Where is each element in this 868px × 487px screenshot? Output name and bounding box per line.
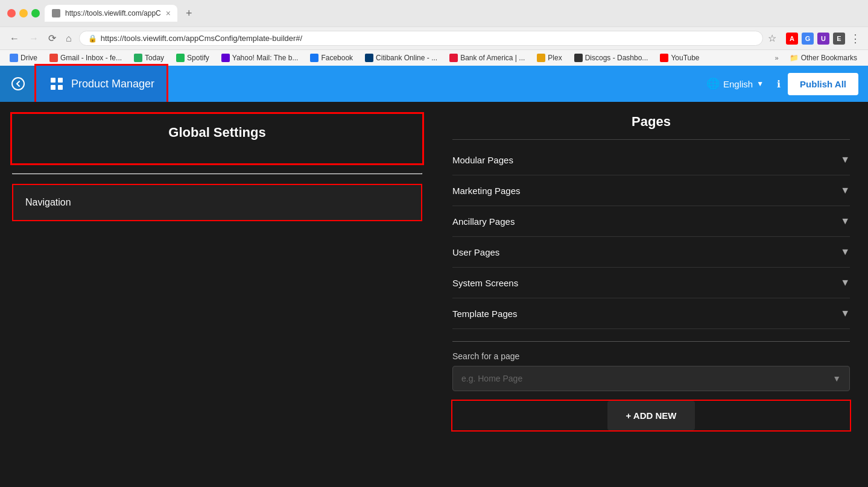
user-pages-category[interactable]: User Pages ▼ <box>452 237 850 268</box>
bookmark-label: Today <box>145 54 164 62</box>
minimize-button[interactable] <box>19 9 28 17</box>
search-placeholder: e.g. Home Page <box>461 374 522 383</box>
extension-icon-3[interactable]: U <box>817 33 829 45</box>
bookmark-yahoo[interactable]: Yahoo! Mail: The b... <box>219 52 301 63</box>
bookmark-favicon <box>49 54 58 62</box>
marketing-pages-header[interactable]: Marketing Pages ▼ <box>452 175 850 206</box>
new-tab-button[interactable]: + <box>182 6 196 21</box>
globe-icon: 🌐 <box>706 77 720 90</box>
home-button[interactable]: ⌂ <box>63 32 74 45</box>
header-right: 🌐 English ▼ ℹ Publish All <box>700 73 868 95</box>
bookmarks-bar: Drive Gmail - Inbox - fe... Today Spotif… <box>0 49 868 66</box>
browser-tab[interactable]: https://tools.viewlift.com/appC × <box>45 5 177 22</box>
bookmark-plex[interactable]: Plex <box>534 52 564 63</box>
bookmark-favicon <box>10 54 18 62</box>
ancillary-pages-arrow: ▼ <box>840 216 850 227</box>
bookmark-youtube[interactable]: YouTube <box>657 52 702 63</box>
add-new-button[interactable]: + ADD NEW <box>607 401 694 430</box>
bookmarks-more-button[interactable]: » <box>775 54 779 61</box>
bookmark-label: YouTube <box>671 54 699 62</box>
right-panel: Pages Modular Pages ▼ Marketing Pages ▼ … <box>434 102 868 474</box>
bookmark-drive[interactable]: Drive <box>7 52 40 63</box>
back-nav-button[interactable]: ← <box>7 32 22 45</box>
system-screens-category[interactable]: System Screens ▼ <box>452 268 850 298</box>
product-manager-label: Product Manager <box>71 78 154 90</box>
navigation-item[interactable]: Navigation <box>12 184 422 221</box>
product-manager-icon <box>48 75 65 92</box>
forward-nav-button[interactable]: → <box>27 32 41 45</box>
modular-pages-header[interactable]: Modular Pages ▼ <box>452 145 850 175</box>
modular-pages-arrow: ▼ <box>840 154 850 165</box>
global-settings-title: Global Settings <box>12 119 422 146</box>
left-panel: Global Settings Navigation <box>0 102 434 474</box>
ssl-icon: 🔒 <box>88 34 97 43</box>
left-divider <box>12 173 422 174</box>
search-dropdown[interactable]: e.g. Home Page ▼ <box>452 366 850 391</box>
other-bookmarks-button[interactable]: 📁 Other Bookmarks <box>786 52 861 63</box>
info-icon[interactable]: ℹ <box>777 78 781 90</box>
bookmark-label: Drive <box>21 54 37 62</box>
close-button[interactable] <box>7 9 16 17</box>
search-dropdown-arrow: ▼ <box>832 374 841 383</box>
marketing-pages-category[interactable]: Marketing Pages ▼ <box>452 175 850 206</box>
bookmark-citibank[interactable]: Citibank Online - ... <box>363 52 440 63</box>
back-arrow-icon <box>11 77 25 90</box>
marketing-pages-label: Marketing Pages <box>452 186 521 196</box>
tab-close-button[interactable]: × <box>166 8 171 18</box>
bookmark-star-button[interactable]: ☆ <box>768 33 776 44</box>
template-pages-arrow: ▼ <box>840 308 850 319</box>
bookmark-boa[interactable]: Bank of America | ... <box>447 52 527 63</box>
pages-divider <box>452 139 850 140</box>
bookmark-favicon <box>134 54 142 62</box>
svg-rect-3 <box>51 85 55 90</box>
bookmark-gmail[interactable]: Gmail - Inbox - fe... <box>47 52 124 63</box>
bookmark-label: Plex <box>548 54 562 62</box>
bookmark-favicon <box>310 54 318 62</box>
bookmark-favicon <box>176 54 185 62</box>
bookmark-today[interactable]: Today <box>131 52 166 63</box>
bookmark-spotify[interactable]: Spotify <box>174 52 212 63</box>
ancillary-pages-header[interactable]: Ancillary Pages ▼ <box>452 206 850 236</box>
modular-pages-label: Modular Pages <box>452 155 513 165</box>
marketing-pages-arrow: ▼ <box>840 185 850 196</box>
tab-title: https://tools.viewlift.com/appC <box>65 9 161 17</box>
system-screens-header[interactable]: System Screens ▼ <box>452 268 850 298</box>
bookmark-facebook[interactable]: Facebook <box>308 52 355 63</box>
back-button[interactable] <box>0 66 36 102</box>
extension-icon-2[interactable]: G <box>802 33 814 45</box>
template-pages-category[interactable]: Template Pages ▼ <box>452 298 850 329</box>
browser-menu-button[interactable]: ⋮ <box>850 32 861 45</box>
bookmark-discogs[interactable]: Discogs - Dashbo... <box>572 52 651 63</box>
svg-rect-1 <box>51 78 55 83</box>
system-screens-label: System Screens <box>452 278 518 288</box>
language-label: English <box>723 79 753 89</box>
user-pages-header[interactable]: User Pages ▼ <box>452 237 850 267</box>
bookmark-label: Facebook <box>321 54 353 62</box>
search-section: Search for a page e.g. Home Page ▼ + ADD… <box>452 341 850 430</box>
extension-icon-1[interactable]: A <box>786 33 798 45</box>
user-pages-arrow: ▼ <box>840 247 850 257</box>
address-bar-actions: ☆ A G U E ⋮ <box>768 32 861 45</box>
maximize-button[interactable] <box>31 9 40 17</box>
search-divider <box>452 341 850 342</box>
refresh-button[interactable]: ⟳ <box>46 31 59 45</box>
url-bar[interactable]: 🔒 https://tools.viewlift.com/appCmsConfi… <box>79 31 763 46</box>
pages-title: Pages <box>452 114 850 130</box>
bookmark-favicon <box>537 54 545 62</box>
template-pages-header[interactable]: Template Pages ▼ <box>452 298 850 328</box>
modular-pages-category[interactable]: Modular Pages ▼ <box>452 145 850 175</box>
extension-icon-4[interactable]: E <box>833 33 845 45</box>
ancillary-pages-label: Ancillary Pages <box>452 216 515 227</box>
product-manager-section[interactable]: Product Manager <box>36 66 166 102</box>
bookmark-favicon <box>574 54 583 62</box>
address-bar-container: ← → ⟳ ⌂ 🔒 https://tools.viewlift.com/app… <box>0 27 868 49</box>
tab-favicon <box>52 9 60 17</box>
bookmark-favicon <box>660 54 668 62</box>
language-selector[interactable]: 🌐 English ▼ <box>700 74 770 94</box>
app-header: Product Manager 🌐 English ▼ ℹ Publish Al… <box>0 66 868 102</box>
traffic-lights <box>7 9 40 17</box>
ancillary-pages-category[interactable]: Ancillary Pages ▼ <box>452 206 850 237</box>
extension-icons: A G U E <box>786 33 845 45</box>
publish-all-button[interactable]: Publish All <box>788 73 858 95</box>
user-pages-label: User Pages <box>452 247 499 257</box>
